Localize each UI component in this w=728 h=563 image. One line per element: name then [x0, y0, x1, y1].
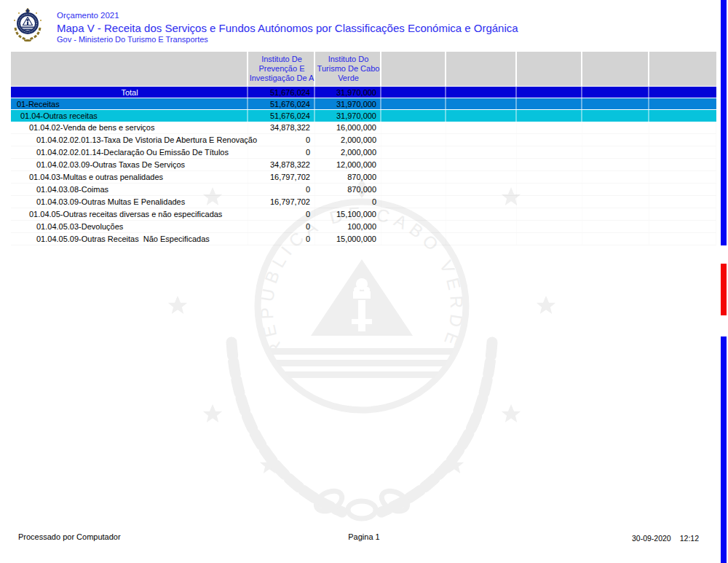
row-value: 15,100,000	[315, 208, 381, 220]
empty-cell	[517, 208, 582, 220]
row-value: 0	[248, 233, 315, 245]
column-header	[582, 52, 649, 86]
row-value: 0	[248, 208, 315, 220]
empty-cell	[649, 196, 716, 208]
empty-cell	[381, 196, 446, 208]
empty-cell	[582, 196, 649, 208]
empty-cell	[446, 221, 517, 232]
ministry-subtitle: Gov - Ministerio Do Turismo E Transporte…	[57, 35, 208, 44]
empty-cell	[381, 134, 446, 146]
row-value: 51,676,024	[248, 110, 315, 122]
empty-cell	[446, 110, 517, 122]
empty-cell	[517, 134, 582, 146]
empty-cell	[381, 98, 446, 109]
empty-cell	[446, 134, 517, 146]
table-row: 01.04.05-Outras receitas diversas e não …	[11, 208, 716, 221]
row-value: 16,797,702	[248, 171, 315, 183]
empty-cell	[381, 208, 446, 220]
empty-cell	[649, 159, 716, 170]
empty-cell	[649, 171, 716, 183]
empty-cell	[446, 98, 517, 109]
table-row: 01.04-Outras receitas51,676,02431,970,00…	[11, 110, 716, 122]
empty-cell	[517, 171, 582, 183]
report-table: Instituto De Prevenção E Investigação De…	[11, 52, 716, 245]
empty-cell	[381, 110, 446, 122]
empty-cell	[582, 221, 649, 232]
row-value: 0	[248, 134, 315, 146]
empty-cell	[381, 146, 446, 158]
empty-cell	[649, 122, 716, 133]
empty-cell	[649, 87, 716, 98]
column-header	[517, 52, 582, 86]
row-label: 01.04.02.03.09-Outras Taxas De Serviços	[11, 159, 248, 170]
row-label: 01.04.03.08-Coimas	[11, 184, 248, 195]
empty-cell	[446, 146, 517, 158]
empty-cell	[582, 87, 649, 98]
row-value: 31,970,000	[315, 87, 381, 98]
row-label: 01.04.03.09-Outras Multas E Penalidades	[11, 196, 248, 208]
empty-cell	[582, 159, 649, 170]
empty-cell	[517, 146, 582, 158]
empty-cell	[381, 87, 446, 98]
column-header: Instituto Do Turismo De Cabo Verde	[315, 52, 381, 86]
empty-cell	[517, 196, 582, 208]
page-title: Mapa V - Receita dos Serviços e Fundos A…	[57, 22, 518, 34]
table-row: 01.04.02.02.01.13-Taxa De Vistoria De Ab…	[11, 134, 716, 146]
table-row: 01.04.03.09-Outras Multas E Penalidades1…	[11, 196, 716, 208]
row-value: 51,676,024	[248, 98, 315, 109]
empty-cell	[446, 87, 517, 98]
row-value: 31,970,000	[315, 110, 381, 122]
empty-cell	[381, 184, 446, 195]
empty-cell	[517, 184, 582, 195]
row-value: 2,000,000	[315, 146, 381, 158]
date-label: 30-09-2020	[632, 534, 671, 543]
empty-cell	[649, 146, 716, 158]
table-row: 01.04.03.08-Coimas0870,000	[11, 184, 716, 196]
empty-cell	[446, 233, 517, 245]
column-header: Instituto De Prevenção E Investigação De…	[248, 52, 315, 86]
empty-cell	[381, 171, 446, 183]
empty-cell	[446, 184, 517, 195]
empty-cell	[517, 98, 582, 109]
empty-cell	[582, 171, 649, 183]
row-value: 16,000,000	[315, 122, 381, 133]
empty-cell	[446, 208, 517, 220]
row-value: 16,797,702	[248, 196, 315, 208]
table-row: 01.04.03-Multas e outras penalidades16,7…	[11, 171, 716, 184]
row-value: 0	[248, 184, 315, 195]
row-value: 31,970,000	[315, 98, 381, 109]
empty-cell	[582, 134, 649, 146]
empty-cell	[517, 122, 582, 133]
watermark-laurel-wreath	[232, 342, 492, 512]
empty-cell	[381, 233, 446, 245]
empty-cell	[582, 208, 649, 220]
row-value: 34,878,322	[248, 122, 315, 133]
empty-cell	[649, 98, 716, 109]
row-value: 12,000,000	[315, 159, 381, 170]
logo-ribbon	[24, 39, 31, 42]
table-row: 01-Receitas51,676,02431,970,000	[11, 98, 716, 109]
empty-cell	[582, 98, 649, 109]
empty-cell	[582, 146, 649, 158]
empty-cell	[381, 159, 446, 170]
empty-cell	[517, 110, 582, 122]
logo-torch	[26, 19, 28, 21]
row-label: 01.04.05.03-Devoluções	[11, 221, 248, 232]
row-value: 100,000	[315, 221, 381, 232]
empty-cell	[446, 171, 517, 183]
row-label: 01.04-Outras receitas	[11, 110, 248, 122]
cabo-verde-logo	[9, 7, 46, 42]
row-value: 870,000	[315, 171, 381, 183]
budget-year-label: Orçamento 2021	[57, 11, 119, 20]
empty-cell	[517, 221, 582, 232]
empty-cell	[649, 233, 716, 245]
row-label: Total	[11, 87, 248, 98]
empty-cell	[582, 184, 649, 195]
row-value: 15,000,000	[315, 233, 381, 245]
empty-cell	[649, 184, 716, 195]
table-row: 01.04.02-Venda de bens e serviços34,878,…	[11, 122, 716, 134]
row-label: 01-Receitas	[11, 98, 248, 109]
column-header	[381, 52, 446, 86]
row-label: 01.04.03-Multas e outras penalidades	[11, 171, 248, 183]
table-header-row: Instituto De Prevenção E Investigação De…	[11, 52, 716, 86]
